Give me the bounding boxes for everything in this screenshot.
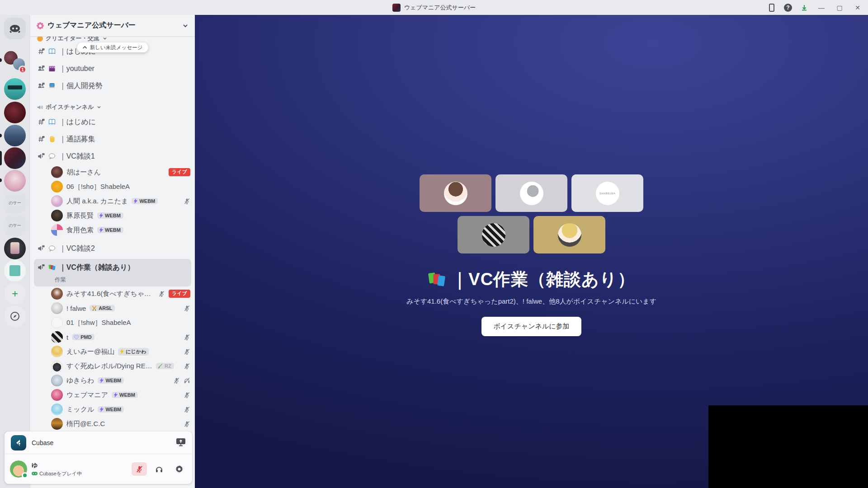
voice-user-row[interactable]: ! falwe ARSL xyxy=(34,301,190,315)
channel-name: ｜youtuber xyxy=(59,64,94,74)
voice-user-row[interactable]: すぐ死ぬレボル/Dying REVOL RZ xyxy=(34,359,190,373)
server-folder-2[interactable]: のサー xyxy=(4,215,26,236)
participant-tile-misosu[interactable] xyxy=(420,174,491,212)
mic-muted-icon xyxy=(184,334,190,341)
server-header[interactable]: ウェブマニア公式サーバー xyxy=(30,15,195,37)
open-book-emoji xyxy=(48,118,56,126)
participant-tile-falwe[interactable] xyxy=(495,174,567,212)
voice-user-row[interactable]: 楕円@E.C.C xyxy=(34,417,190,431)
voice-channel-tsuwa[interactable]: ｜通話募集 xyxy=(34,131,191,148)
folder-label: のサー xyxy=(9,223,21,228)
avatar[interactable] xyxy=(10,460,27,478)
titlebar: ウェブマニア公式サーバー ? — ▢ ✕ xyxy=(0,0,868,15)
voice-channel-hajimeni[interactable]: ｜はじめに xyxy=(34,113,191,131)
mic-mute-button[interactable] xyxy=(132,462,147,476)
channel-name: ｜VC作業（雑談あり） xyxy=(59,263,135,272)
user-avatar xyxy=(51,360,63,372)
download-update-icon[interactable] xyxy=(798,2,810,14)
server-icon-3[interactable] xyxy=(4,125,26,146)
category-emoji-icon xyxy=(37,37,43,42)
explore-servers-button[interactable] xyxy=(4,305,26,327)
voice-user-row[interactable]: 06［!sho］ShabeleA xyxy=(34,179,190,194)
voice-user-row[interactable]: みそす41.6(食べすぎちゃ… ライブ xyxy=(34,286,190,301)
channel-kojinkaihatsu[interactable]: ｜個人開発勢 xyxy=(34,77,191,94)
voice-user-row[interactable]: 人間 a.k.a. カニたま WEBM xyxy=(34,194,190,208)
plus-icon: + xyxy=(12,287,18,300)
laptop-emoji xyxy=(48,82,56,89)
participant-tile-t[interactable] xyxy=(458,216,529,253)
compass-icon xyxy=(10,311,20,321)
settings-gear-icon[interactable] xyxy=(171,462,187,476)
crossed-swords-icon xyxy=(91,305,97,311)
deafen-button[interactable] xyxy=(151,462,167,476)
mention-count-badge: 1 xyxy=(19,66,27,74)
app-icon xyxy=(392,4,401,12)
pip-video-window[interactable] xyxy=(708,405,868,488)
user-meta[interactable]: ゆ Cubaseをプレイ中 xyxy=(32,461,127,477)
role-badge-webm: WEBM xyxy=(98,406,124,413)
close-button[interactable]: ✕ xyxy=(851,0,864,15)
role-badge-pmd: PMD xyxy=(72,334,94,340)
dm-group-avatar[interactable]: 1 xyxy=(4,51,26,73)
chevron-up-icon xyxy=(83,45,87,50)
server-icon-robot[interactable] xyxy=(4,78,26,100)
server-icon-selected[interactable] xyxy=(4,147,26,169)
participant-tile-shabelea[interactable]: SHABELEA xyxy=(571,174,643,212)
home-button[interactable] xyxy=(4,18,26,39)
channel-youtuber[interactable]: ｜youtuber xyxy=(34,60,191,77)
role-badge-nijikawa: にじかわ xyxy=(118,348,149,356)
screen-share-icon[interactable] xyxy=(176,437,186,448)
voice-user-row[interactable]: 01［!shw］ShabeleA xyxy=(34,315,190,330)
voice-channel-vc1[interactable]: ｜VC雑談1 xyxy=(34,148,191,165)
chevron-down-icon xyxy=(182,23,189,29)
bolt-purple-icon xyxy=(99,227,104,233)
server-icon-6[interactable] xyxy=(4,260,26,282)
voice-channel-vcwork-selected[interactable]: ｜VC作業（雑談あり） 作業 xyxy=(34,259,191,286)
username: ゆ xyxy=(32,461,127,469)
users-lock-icon xyxy=(38,65,45,72)
selected-server-pill xyxy=(0,151,2,165)
participant-tile-amy[interactable] xyxy=(533,216,605,253)
voice-user-row[interactable]: 胡はーさん ライブ xyxy=(34,165,190,179)
user-avatar xyxy=(51,195,63,207)
user-name: 人間 a.k.a. カニたま xyxy=(66,197,128,206)
category-creator[interactable]: クリエイター・交流 xyxy=(30,37,195,43)
bolt-yellow-icon xyxy=(120,349,124,354)
new-unread-pill[interactable]: 新しい未読メッセージ xyxy=(77,42,148,52)
voice-user-row[interactable]: ゆきらわ WEBM xyxy=(34,373,190,388)
server-folder-1[interactable]: のサー xyxy=(4,192,26,214)
chevron-down-icon xyxy=(96,104,102,110)
voice-channel-vc2[interactable]: ｜VC雑談2 xyxy=(34,240,191,257)
open-book-emoji xyxy=(48,48,56,55)
add-server-button[interactable]: + xyxy=(4,283,26,305)
minimize-button[interactable]: — xyxy=(815,0,828,15)
voice-user-row[interactable]: ウェブマニア WEBM xyxy=(34,388,190,402)
user-avatar xyxy=(51,404,63,415)
category-voice-channels[interactable]: ボイスチャンネル xyxy=(30,101,195,113)
user-avatar xyxy=(51,210,63,221)
books-emoji xyxy=(428,271,446,289)
voice-user-row[interactable]: ミックル WEBM xyxy=(34,402,190,417)
user-name: 胡はーさん xyxy=(66,168,101,177)
voice-user-row[interactable]: 豚原長賢 WEBM xyxy=(34,208,190,223)
voice-user-row[interactable]: えいみー@福山 にじかわ xyxy=(34,344,190,359)
voice-channel-subtitle: みそす41.6(食べすぎちゃったpart2)、! falwe、他8人がボイスチャ… xyxy=(406,297,656,306)
join-voice-button[interactable]: ボイスチャンネルに参加 xyxy=(481,317,581,336)
unread-indicator xyxy=(0,58,2,62)
voice-user-row[interactable]: t PMD xyxy=(34,330,190,344)
mobile-icon[interactable] xyxy=(766,2,778,14)
channel-title-text: ｜VC作業（雑談あり） xyxy=(451,268,635,291)
maximize-button[interactable]: ▢ xyxy=(833,0,846,15)
server-icon-5[interactable] xyxy=(4,238,26,259)
server-icon-2[interactable] xyxy=(4,102,26,123)
chevron-down-icon xyxy=(102,37,108,42)
gamepad-icon xyxy=(32,471,38,476)
user-avatar xyxy=(51,224,63,236)
user-name: ウェブマニア xyxy=(66,391,108,399)
user-avatar xyxy=(51,346,63,357)
help-icon[interactable]: ? xyxy=(782,2,794,14)
category-label: クリエイター・交流 xyxy=(46,37,99,42)
voice-user-row[interactable]: 食用色素 WEBM xyxy=(34,223,190,237)
bolt-purple-icon xyxy=(99,213,104,218)
server-icon-4[interactable] xyxy=(4,170,26,192)
